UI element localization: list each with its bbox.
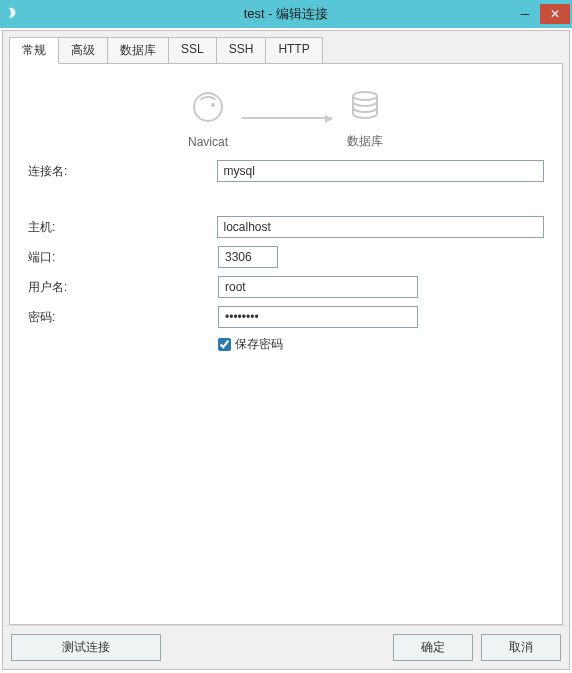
label-port: 端口: — [28, 249, 218, 266]
port-input[interactable] — [218, 246, 278, 268]
app-icon — [4, 4, 24, 24]
window-title: test - 编辑连接 — [244, 5, 329, 23]
svg-point-2 — [353, 92, 377, 100]
minimize-button[interactable]: ─ — [510, 4, 540, 24]
label-save-password: 保存密码 — [235, 336, 283, 353]
tab-database[interactable]: 数据库 — [107, 37, 169, 64]
dialog-content: 常规 高级 数据库 SSL SSH HTTP Navicat — [2, 30, 570, 670]
label-user: 用户名: — [28, 279, 218, 296]
close-button[interactable]: ✕ — [540, 4, 570, 24]
host-input[interactable] — [217, 216, 545, 238]
save-password-checkbox[interactable] — [218, 338, 231, 351]
titlebar: test - 编辑连接 ─ ✕ — [0, 0, 572, 28]
tab-http[interactable]: HTTP — [265, 37, 322, 64]
username-input[interactable] — [218, 276, 418, 298]
window-controls: ─ ✕ — [510, 4, 572, 24]
connection-name-input[interactable] — [217, 160, 545, 182]
ok-button[interactable]: 确定 — [393, 634, 473, 661]
tab-ssl[interactable]: SSL — [168, 37, 217, 64]
test-connection-button[interactable]: 测试连接 — [11, 634, 161, 661]
connection-arrow-icon — [242, 117, 332, 119]
cancel-button[interactable]: 取消 — [481, 634, 561, 661]
tab-panel-general: Navicat 数据库 连接名: 主机: — [9, 63, 563, 625]
label-password: 密码: — [28, 309, 218, 326]
label-connection-name: 连接名: — [28, 163, 217, 180]
dialog-footer: 测试连接 确定 取消 — [3, 625, 569, 669]
tab-general[interactable]: 常规 — [9, 37, 59, 64]
illus-right-label: 数据库 — [347, 133, 383, 150]
label-host: 主机: — [28, 219, 217, 236]
navicat-icon — [189, 88, 227, 129]
tab-bar: 常规 高级 数据库 SSL SSH HTTP — [3, 31, 569, 64]
database-icon — [346, 86, 384, 127]
svg-point-1 — [211, 103, 215, 107]
password-input[interactable] — [218, 306, 418, 328]
tab-ssh[interactable]: SSH — [216, 37, 267, 64]
illus-left-label: Navicat — [188, 135, 228, 149]
connection-illustration: Navicat 数据库 — [28, 86, 544, 150]
tab-advanced[interactable]: 高级 — [58, 37, 108, 64]
